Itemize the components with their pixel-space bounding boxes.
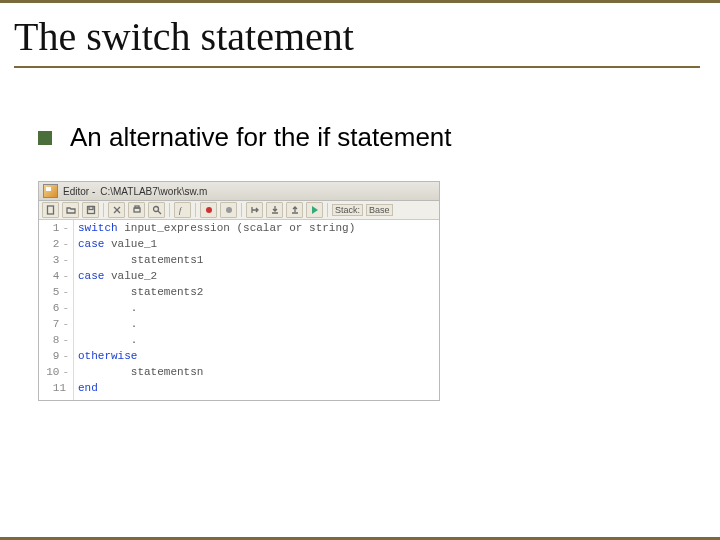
line-number-gutter: 1- 2- 3- 4- 5- 6- 7- 8- 9- 10- 11	[39, 220, 74, 400]
function-icon[interactable]: f	[174, 202, 191, 218]
code-text[interactable]: switch input_expression (scalar or strin…	[74, 220, 439, 400]
editor-title-prefix: Editor -	[63, 186, 95, 197]
stack-selector[interactable]: Base	[366, 204, 393, 216]
bullet-item: An alternative for the if statement	[38, 122, 720, 153]
svg-point-5	[153, 207, 158, 212]
svg-text:f: f	[179, 206, 183, 215]
editor-toolbar: f Stack: Base	[39, 201, 439, 220]
step-in-icon[interactable]	[266, 202, 283, 218]
save-icon[interactable]	[82, 202, 99, 218]
editor-titlebar: Editor - C:\MATLAB7\work\sw.m	[39, 182, 439, 201]
editor-file-path: C:\MATLAB7\work\sw.m	[100, 186, 207, 197]
print-icon[interactable]	[128, 202, 145, 218]
svg-point-7	[206, 207, 212, 213]
editor-app-icon	[43, 184, 58, 198]
step-icon[interactable]	[246, 202, 263, 218]
slide-title: The switch statement	[14, 13, 710, 60]
svg-rect-2	[89, 207, 93, 210]
run-icon[interactable]	[306, 202, 323, 218]
open-file-icon[interactable]	[62, 202, 79, 218]
matlab-editor-window: Editor - C:\MATLAB7\work\sw.m f	[38, 181, 440, 401]
clear-breakpoint-icon[interactable]	[220, 202, 237, 218]
bullet-text: An alternative for the if statement	[70, 122, 452, 153]
svg-rect-0	[47, 206, 53, 214]
svg-rect-4	[135, 206, 139, 208]
square-bullet-icon	[38, 131, 52, 145]
stack-label: Stack:	[332, 204, 363, 216]
editor-code-area: 1- 2- 3- 4- 5- 6- 7- 8- 9- 10- 11 switch…	[39, 220, 439, 400]
cut-icon[interactable]	[108, 202, 125, 218]
step-out-icon[interactable]	[286, 202, 303, 218]
set-breakpoint-icon[interactable]	[200, 202, 217, 218]
new-file-icon[interactable]	[42, 202, 59, 218]
find-icon[interactable]	[148, 202, 165, 218]
svg-point-8	[226, 207, 232, 213]
